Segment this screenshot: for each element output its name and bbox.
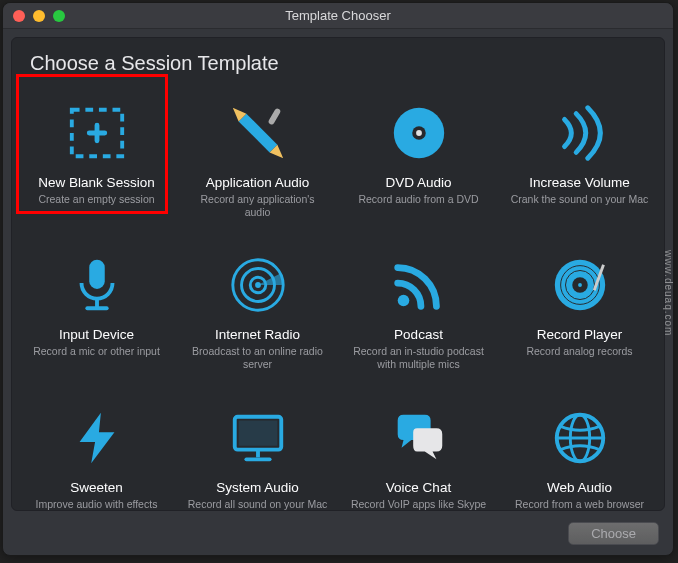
tile-title: Application Audio — [206, 175, 310, 190]
blank-session-icon — [61, 97, 133, 169]
tile-title: Sweeten — [70, 480, 123, 495]
tile-desc: Create an empty session — [38, 193, 154, 206]
tile-title: Voice Chat — [386, 480, 451, 495]
tile-desc: Record analog records — [526, 345, 632, 358]
microphone-icon — [61, 249, 133, 321]
globe-icon — [544, 402, 616, 474]
tile-desc: Record a mic or other input — [33, 345, 160, 358]
template-tile-dvd-audio[interactable]: DVD Audio Record audio from a DVD — [338, 91, 499, 225]
titlebar: Template Chooser — [3, 3, 673, 29]
tile-desc: Record VoIP apps like Skype — [351, 498, 486, 511]
tile-title: System Audio — [216, 480, 299, 495]
rss-icon — [383, 249, 455, 321]
svg-rect-5 — [89, 260, 105, 289]
template-tile-increase-volume[interactable]: Increase Volume Crank the sound on your … — [499, 91, 660, 225]
tile-title: Internet Radio — [215, 327, 300, 342]
window-title: Template Chooser — [3, 8, 673, 23]
window-controls — [3, 10, 65, 22]
tile-desc: Improve audio with effects — [36, 498, 158, 511]
tile-title: Web Audio — [547, 480, 612, 495]
chat-bubbles-icon — [383, 402, 455, 474]
increase-volume-icon — [544, 97, 616, 169]
template-tile-voice-chat[interactable]: Voice Chat Record VoIP apps like Skype — [338, 396, 499, 512]
template-tile-web-audio[interactable]: Web Audio Record from a web browser — [499, 396, 660, 512]
zoom-icon[interactable] — [53, 10, 65, 22]
svg-rect-20 — [238, 420, 277, 445]
tile-title: Input Device — [59, 327, 134, 342]
monitor-icon — [222, 402, 294, 474]
svg-point-12 — [397, 295, 409, 307]
template-tile-system-audio[interactable]: System Audio Record all sound on your Ma… — [177, 396, 338, 512]
tile-desc: Record from a web browser — [515, 498, 644, 511]
bolt-icon — [61, 402, 133, 474]
vinyl-icon — [544, 249, 616, 321]
tile-title: Record Player — [537, 327, 623, 342]
template-tile-new-blank-session[interactable]: New Blank Session Create an empty sessio… — [16, 91, 177, 225]
svg-point-4 — [416, 130, 422, 136]
radar-icon — [222, 249, 294, 321]
template-tile-podcast[interactable]: Podcast Record an in-studio podcast with… — [338, 243, 499, 377]
tile-title: DVD Audio — [385, 175, 451, 190]
content-pane: Choose a Session Template New Blank Sess… — [11, 37, 665, 511]
svg-rect-1 — [267, 108, 281, 126]
template-tile-internet-radio[interactable]: Internet Radio Broadcast to an online ra… — [177, 243, 338, 377]
close-icon[interactable] — [13, 10, 25, 22]
dvd-icon — [383, 97, 455, 169]
template-tile-input-device[interactable]: Input Device Record a mic or other input — [16, 243, 177, 377]
svg-point-11 — [255, 282, 261, 288]
template-grid: New Blank Session Create an empty sessio… — [16, 85, 660, 511]
tile-desc: Record audio from a DVD — [358, 193, 478, 206]
tile-title: Podcast — [394, 327, 443, 342]
page-title: Choose a Session Template — [16, 52, 660, 85]
tile-desc: Record all sound on your Mac — [188, 498, 328, 511]
minimize-icon[interactable] — [33, 10, 45, 22]
footer: Choose — [3, 511, 673, 555]
tile-desc: Record any application's audio — [187, 193, 328, 219]
tile-desc: Broadcast to an online radio server — [187, 345, 328, 371]
tile-desc: Crank the sound on your Mac — [511, 193, 649, 206]
tile-title: Increase Volume — [529, 175, 630, 190]
choose-button[interactable]: Choose — [568, 522, 659, 545]
template-tile-sweeten[interactable]: Sweeten Improve audio with effects — [16, 396, 177, 512]
svg-point-17 — [578, 283, 582, 287]
template-tile-record-player[interactable]: Record Player Record analog records — [499, 243, 660, 377]
application-audio-icon — [222, 97, 294, 169]
tile-desc: Record an in-studio podcast with multipl… — [348, 345, 489, 371]
template-tile-application-audio[interactable]: Application Audio Record any application… — [177, 91, 338, 225]
tile-title: New Blank Session — [38, 175, 154, 190]
template-chooser-window: Template Chooser Choose a Session Templa… — [2, 2, 674, 556]
